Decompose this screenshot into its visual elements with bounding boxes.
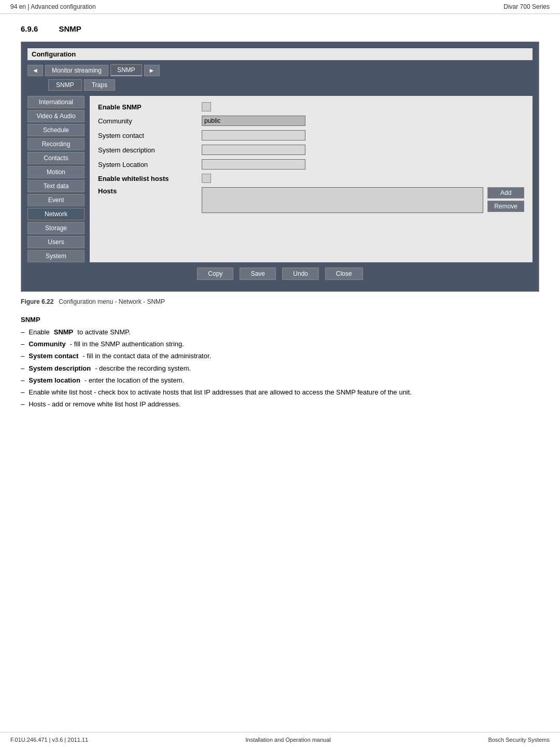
tab-snmp[interactable]: SNMP — [110, 64, 142, 76]
community-row: Community — [98, 116, 524, 126]
sidebar-item-text-data[interactable]: Text data — [27, 180, 85, 192]
description-list: Enable SNMP to activate SNMP. Community … — [21, 328, 539, 409]
enable-snmp-label: Enable SNMP — [98, 103, 202, 111]
header-left: 94 en | Advanced configuration — [10, 3, 96, 10]
sidebar-item-schedule[interactable]: Schedule — [27, 124, 85, 136]
sidebar-item-event[interactable]: Event — [27, 194, 85, 206]
form-panel: Enable SNMP Community System contact Sys… — [90, 96, 533, 262]
system-location-row: System Location — [98, 159, 524, 170]
footer-center: Installation and Operation manual — [245, 737, 331, 743]
page-footer: F.01U.246.471 | v3.6 | 2011.11 Installat… — [0, 732, 560, 747]
main-content: 6.9.6 SNMP Configuration ◄ Monitor strea… — [0, 14, 560, 430]
sub-tab-row: SNMP Traps — [48, 79, 533, 91]
tab-back-button[interactable]: ◄ — [27, 65, 43, 76]
system-description-input[interactable] — [202, 145, 305, 155]
description-title: SNMP — [21, 316, 539, 323]
section-number: 6.9.6 — [21, 24, 38, 33]
save-button[interactable]: Save — [240, 267, 276, 280]
sidebar-item-contacts[interactable]: Contacts — [27, 152, 85, 164]
desc-item-1: Enable SNMP to activate SNMP. — [21, 328, 539, 337]
community-input[interactable] — [202, 116, 305, 126]
hosts-buttons: Add Remove — [487, 187, 524, 212]
desc-item-4: System description - describe the record… — [21, 364, 539, 373]
close-button[interactable]: Close — [325, 267, 363, 280]
tab-forward-button[interactable]: ► — [144, 65, 160, 76]
enable-whitelist-label: Enable whitelist hosts — [98, 175, 202, 182]
hosts-list — [202, 187, 483, 213]
page-header: 94 en | Advanced configuration Divar 700… — [0, 0, 560, 14]
sidebar-item-users[interactable]: Users — [27, 236, 85, 248]
remove-host-button[interactable]: Remove — [487, 201, 524, 212]
footer-right: Bosch Security Systems — [488, 737, 550, 743]
tab-monitor-streaming[interactable]: Monitor streaming — [45, 65, 108, 76]
system-location-label: System Location — [98, 161, 202, 168]
system-location-input[interactable] — [202, 159, 305, 170]
hosts-label: Hosts — [98, 187, 202, 195]
config-inner: International Video & Audio Schedule Rec… — [27, 96, 533, 262]
sidebar-item-system[interactable]: System — [27, 250, 85, 262]
desc-item-2: Community - fill in the SNMP authenticat… — [21, 340, 539, 349]
system-description-label: System description — [98, 146, 202, 154]
desc-item-7: Hosts - add or remove white list host IP… — [21, 400, 539, 409]
system-contact-label: System contact — [98, 132, 202, 139]
enable-whitelist-checkbox[interactable] — [202, 174, 211, 183]
desc-item-5: System location - enter the location of … — [21, 376, 539, 385]
configuration-panel: Configuration ◄ Monitor streaming SNMP ►… — [21, 41, 539, 292]
copy-button[interactable]: Copy — [197, 267, 233, 280]
desc-item-3: System contact - fill in the contact dat… — [21, 351, 539, 361]
section-title: SNMP — [59, 24, 81, 33]
enable-whitelist-row: Enable whitelist hosts — [98, 174, 524, 183]
sidebar-item-network[interactable]: Network — [27, 208, 85, 220]
desc-item-6: Enable white list host - check box to ac… — [21, 388, 539, 397]
sidebar-item-recording[interactable]: Recording — [27, 138, 85, 150]
description-section: SNMP Enable SNMP to activate SNMP. Commu… — [21, 316, 539, 409]
enable-snmp-checkbox[interactable] — [202, 102, 211, 111]
sub-tab-traps[interactable]: Traps — [84, 79, 115, 91]
sidebar-item-video-audio[interactable]: Video & Audio — [27, 110, 85, 122]
config-title: Configuration — [27, 48, 533, 60]
sidebar-item-international[interactable]: International — [27, 96, 85, 108]
undo-button[interactable]: Undo — [282, 267, 319, 280]
tab-row: ◄ Monitor streaming SNMP ► — [27, 64, 533, 76]
figure-caption: Figure 6.22 Configuration menu - Network… — [21, 298, 539, 305]
system-description-row: System description — [98, 145, 524, 155]
header-right: Divar 700 Series — [503, 3, 550, 10]
sidebar-item-storage[interactable]: Storage — [27, 222, 85, 234]
hosts-section: Hosts Add Remove — [98, 187, 524, 213]
enable-snmp-row: Enable SNMP — [98, 102, 524, 111]
system-contact-row: System contact — [98, 130, 524, 140]
sub-tab-snmp[interactable]: SNMP — [48, 79, 82, 91]
sidebar-item-motion[interactable]: Motion — [27, 166, 85, 178]
action-bar: Copy Save Undo Close — [27, 262, 533, 285]
add-host-button[interactable]: Add — [487, 187, 524, 199]
sidebar-nav: International Video & Audio Schedule Rec… — [27, 96, 90, 262]
community-label: Community — [98, 117, 202, 125]
section-heading: 6.9.6 SNMP — [21, 24, 539, 33]
footer-left: F.01U.246.471 | v3.6 | 2011.11 — [10, 737, 88, 743]
system-contact-input[interactable] — [202, 130, 305, 140]
